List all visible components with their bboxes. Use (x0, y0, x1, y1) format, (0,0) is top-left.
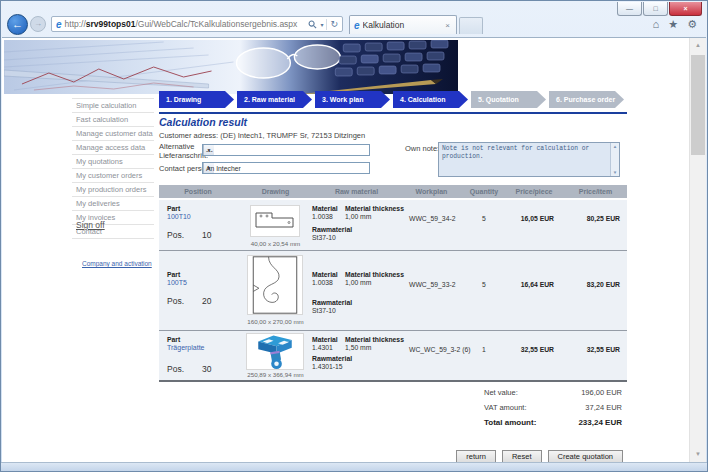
minimize-button[interactable]: — (617, 2, 642, 16)
rawmaterial-label: Rawmaterial (312, 355, 352, 362)
tab-kalkulation[interactable]: e Kalkulation × (349, 15, 457, 34)
contact-person-select[interactable]: An Intecher ▼ (202, 162, 370, 174)
window-bottom-frame (1, 462, 707, 471)
scroll-up-icon[interactable]: ▲ (611, 144, 619, 149)
sidebar-item-simple-calculation[interactable]: Simple calculation (72, 98, 154, 113)
drawing-dimensions: 160,00 x 270,00 mm (237, 318, 314, 325)
sign-off-link[interactable]: Sign off (76, 220, 105, 230)
scroll-down-icon[interactable]: ▼ (690, 447, 706, 462)
favorites-star-icon[interactable]: ★ (668, 18, 678, 31)
sidebar-item-my-quotations[interactable]: My quotations (72, 155, 154, 169)
back-button[interactable]: ← (7, 14, 28, 35)
search-icon[interactable] (308, 20, 317, 29)
drawing-thumbnail[interactable] (250, 205, 300, 237)
divider (326, 19, 327, 30)
scrollbar-thumb[interactable] (691, 55, 705, 155)
drawing-thumbnail[interactable] (246, 333, 304, 370)
close-window-button[interactable]: × (669, 2, 702, 16)
part-label: Part (167, 205, 180, 212)
part-label: Part (167, 271, 180, 278)
sidebar-item-my-production-orders[interactable]: My production orders (72, 183, 154, 197)
material-label: Material (312, 271, 338, 278)
rawmaterial-label: Rawmaterial (312, 226, 352, 233)
note-scrollbar[interactable]: ▲ ▼ (610, 143, 619, 176)
part-drawing-icon (248, 256, 302, 314)
refresh-icon[interactable]: ↻ (330, 19, 338, 29)
sidebar-item-fast-calculation[interactable]: Fast calculation (72, 113, 154, 127)
price-per-piece: 16,64 EUR (494, 281, 554, 288)
table-row: Part 100T10 Pos.10 40,00 x 20,54 mm (159, 200, 627, 250)
sidebar-item-manage-access-data[interactable]: Manage access data (72, 141, 154, 155)
material-value: 1.0038 (312, 213, 333, 220)
sidebar-item-manage-customer-data[interactable]: Manage customer data (72, 127, 154, 141)
contact-person-value: An Intecher (203, 165, 241, 172)
part-link[interactable]: 100T5 (167, 279, 187, 286)
search-dropdown-icon[interactable]: ▾ (320, 21, 323, 28)
forward-button[interactable]: → (30, 16, 46, 32)
scroll-up-icon[interactable]: ▲ (690, 38, 706, 53)
step-raw-material[interactable]: 2. Raw material (237, 91, 312, 108)
part-drawing-icon (247, 334, 303, 369)
tab-favicon: e (354, 20, 360, 31)
scroll-down-icon[interactable]: ▼ (611, 170, 619, 175)
own-note-label: Own note: (405, 144, 439, 153)
tools-gear-icon[interactable]: ⚙ (687, 18, 697, 31)
table-row: Part 100T5 Pos.20 160,00 x 270,00 mm Mat… (159, 250, 627, 330)
page-viewport: Simple calculation Fast calculation Mana… (2, 37, 706, 462)
chrome-icons: ⌂ ★ ⚙ (653, 18, 701, 31)
webcalc-page: Simple calculation Fast calculation Mana… (2, 38, 689, 462)
material-value: 1.0038 (312, 279, 333, 286)
step-calculation[interactable]: 4. Calculation (393, 91, 468, 108)
part-drawing-icon (251, 206, 299, 236)
url-text[interactable]: http://srv99tops01/Gui/WebCalc/TcKalkula… (65, 19, 298, 29)
rawmaterial-value: St37-10 (312, 234, 336, 241)
tab-close-icon[interactable]: × (443, 21, 452, 30)
thickness-label: Material thickness (345, 271, 404, 278)
col-drawing: Drawing (237, 185, 314, 198)
company-and-activation-link[interactable]: Company and activation (82, 260, 152, 267)
vertical-scrollbar[interactable]: ▲ ▼ (689, 38, 706, 462)
own-note-textarea[interactable]: Note is not relevant for calculation or … (438, 142, 620, 177)
sidebar-item-my-customer-orders[interactable]: My customer orders (72, 169, 154, 183)
material-label: Material (312, 205, 338, 212)
position-number: Pos.30 (167, 364, 211, 374)
step-drawing[interactable]: 1. Drawing (159, 91, 234, 108)
table-header-row: Position Drawing Raw material Workplan Q… (159, 185, 627, 198)
page-title: Calculation result (159, 116, 247, 128)
alternative-delivery-value: --- (203, 147, 213, 154)
thickness-value: 1,50 mm (345, 344, 371, 351)
total-amount-row: Total amount: 233,24 EUR (484, 418, 622, 427)
own-note-text: Note is not relevant for calculation or … (439, 143, 610, 176)
part-link[interactable]: 100T10 (167, 213, 191, 220)
price-per-item: 32,55 EUR (559, 346, 620, 353)
totals-block: Net value: 196,00 EUR VAT amount: 37,24 … (484, 388, 622, 433)
address-bar[interactable]: e http://srv99tops01/Gui/WebCalc/TcKalku… (51, 16, 343, 32)
alternative-delivery-label: Alternative Lieferanschrift: (159, 142, 205, 161)
new-tab-button[interactable] (459, 17, 483, 34)
window-controls: — □ × (617, 2, 702, 16)
step-work-plan[interactable]: 3. Work plan (315, 91, 390, 108)
col-workplan: Workplan (399, 185, 464, 198)
alternative-delivery-select[interactable]: --- ▼ (202, 144, 370, 156)
sidebar-item-my-deliveries[interactable]: My deliveries (72, 197, 154, 211)
home-icon[interactable]: ⌂ (653, 18, 660, 30)
calculation-result-table: Position Drawing Raw material Workplan Q… (159, 185, 627, 382)
drawing-thumbnail[interactable] (247, 255, 303, 315)
wizard-stepper: 1. Drawing 2. Raw material 3. Work plan … (159, 91, 627, 108)
tab-title: Kalkulation (363, 20, 444, 30)
material-value: 1.4301 (312, 344, 333, 351)
rawmaterial-value: St37-10 (312, 307, 336, 314)
step-quotation: 5. Quotation (471, 91, 546, 108)
price-per-piece: 32,55 EUR (494, 346, 554, 353)
banner-graphic (4, 40, 458, 94)
col-position: Position (159, 185, 237, 198)
maximize-button[interactable]: □ (643, 2, 668, 16)
sidebar-menu: Simple calculation Fast calculation Mana… (72, 98, 154, 239)
net-value-label: Net value: (484, 388, 518, 397)
part-label: Part (167, 336, 180, 343)
position-number: Pos.20 (167, 296, 211, 306)
drawing-dimensions: 40,00 x 20,54 mm (237, 240, 314, 247)
part-link[interactable]: Trägerplatte (167, 344, 204, 351)
col-raw-material: Raw material (314, 185, 399, 198)
vat-amount: 37,24 EUR (585, 403, 622, 412)
